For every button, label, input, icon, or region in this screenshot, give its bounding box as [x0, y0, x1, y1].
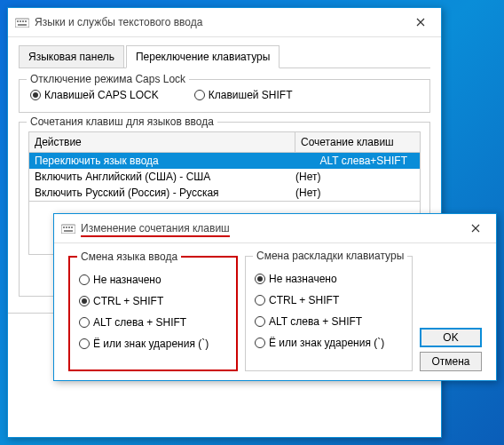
capslock-legend: Отключение режима Caps Lock	[27, 73, 189, 85]
svg-rect-2	[20, 20, 21, 22]
svg-rect-6	[61, 225, 75, 234]
hotkey-combo: (Нет)	[295, 187, 414, 199]
hotkey-action: Включить Русский (Россия) - Русская	[35, 187, 295, 199]
tab-bar: Языковая панель Переключение клавиатуры	[19, 44, 430, 68]
modal-window: Изменение сочетания клавиш Смена языка в…	[53, 213, 497, 381]
hotkeys-legend: Сочетания клавиш для языков ввода	[27, 115, 217, 128]
capslock-radio-caps[interactable]: Клавишей CAPS LOCK	[30, 89, 159, 101]
layout-legend: Смена раскладки клавиатуры	[253, 250, 407, 262]
radio-dot-icon	[79, 296, 90, 306]
hotkey-combo: ALT слева+SHIFT	[295, 155, 414, 167]
modal-buttons: OK Отмена	[420, 256, 482, 371]
lang-radio-none[interactable]: Не назначено	[79, 274, 227, 286]
svg-rect-7	[63, 226, 65, 228]
svg-rect-8	[66, 226, 67, 228]
radio-dot-icon	[79, 274, 90, 285]
capslock-radio-shift-label: Клавишей SHIFT	[209, 89, 293, 101]
lang-radio-ctrlshift[interactable]: CTRL + SHIFT	[79, 295, 227, 307]
hotkey-combo: (Нет)	[295, 171, 414, 183]
hotkey-list[interactable]: Переключить язык ввода ALT слева+SHIFT В…	[28, 152, 421, 202]
layout-radio-ctrlshift[interactable]: CTRL + SHIFT	[255, 294, 403, 306]
hotkey-row[interactable]: Включить Английский (США) - США (Нет)	[29, 169, 420, 185]
capslock-radio-shift[interactable]: Клавишей SHIFT	[194, 89, 293, 101]
svg-rect-3	[22, 20, 24, 22]
svg-rect-5	[18, 24, 27, 26]
main-close-button[interactable]	[407, 13, 434, 31]
radio-label: Ё или знак ударения (`)	[269, 337, 384, 349]
svg-rect-11	[64, 230, 73, 232]
hotkey-action: Включить Английский (США) - США	[35, 171, 295, 183]
lang-radio-grave[interactable]: Ё или знак ударения (`)	[79, 338, 227, 350]
radio-dot-icon	[255, 295, 265, 306]
hotkey-row[interactable]: Включить Русский (Россия) - Русская (Нет…	[29, 185, 420, 201]
radio-label: ALT слева + SHIFT	[269, 315, 362, 328]
layout-group: Смена раскладки клавиатуры Не назначено …	[245, 256, 413, 371]
main-titlebar: Языки и службы текстового ввода	[8, 8, 441, 37]
modal-close-button[interactable]	[462, 219, 489, 237]
radio-dot-icon	[79, 338, 90, 349]
svg-rect-4	[25, 20, 27, 22]
hotkey-row[interactable]: Переключить язык ввода ALT слева+SHIFT	[29, 153, 420, 169]
radio-dot-icon	[79, 317, 90, 328]
layout-radio-grave[interactable]: Ё или знак ударения (`)	[255, 337, 403, 349]
svg-rect-9	[68, 226, 70, 228]
modal-ok-button[interactable]: OK	[420, 328, 482, 347]
svg-rect-0	[15, 19, 29, 28]
radio-label: Ё или знак ударения (`)	[93, 338, 209, 350]
radio-label: CTRL + SHIFT	[93, 295, 163, 307]
keyboard-icon	[61, 221, 75, 235]
input-lang-group: Смена языка ввода Не назначено CTRL + SH…	[68, 256, 238, 371]
radio-dot-icon	[194, 90, 205, 100]
radio-label: Не назначено	[93, 274, 161, 286]
hotkey-list-header: Действие Сочетание клавиш	[28, 131, 421, 152]
capslock-radio-caps-label: Клавишей CAPS LOCK	[44, 89, 159, 101]
radio-dot-icon	[255, 338, 265, 348]
svg-rect-1	[17, 20, 19, 22]
col-combo: Сочетание клавиш	[295, 132, 420, 152]
modal-content: Смена языка ввода Не назначено CTRL + SH…	[54, 243, 496, 380]
tab-keyboard-switch[interactable]: Переключение клавиатуры	[126, 45, 280, 68]
modal-cancel-button[interactable]: Отмена	[420, 352, 482, 371]
svg-rect-10	[71, 226, 73, 228]
input-lang-legend: Смена языка ввода	[77, 250, 181, 263]
lang-radio-altshift[interactable]: ALT слева + SHIFT	[79, 316, 227, 329]
main-title: Языки и службы текстового ввода	[35, 16, 407, 28]
layout-radio-none[interactable]: Не назначено	[255, 273, 403, 285]
keyboard-icon	[15, 15, 29, 29]
radio-label: CTRL + SHIFT	[269, 294, 339, 306]
tab-language-bar[interactable]: Языковая панель	[19, 45, 124, 68]
radio-dot-icon	[255, 274, 265, 284]
modal-title: Изменение сочетания клавиш	[81, 222, 462, 234]
capslock-group: Отключение режима Caps Lock Клавишей CAP…	[19, 79, 430, 113]
radio-dot-icon	[30, 90, 41, 100]
hotkey-action: Переключить язык ввода	[35, 155, 295, 167]
modal-titlebar: Изменение сочетания клавиш	[54, 214, 496, 243]
radio-label: Не назначено	[269, 273, 337, 285]
radio-dot-icon	[255, 316, 265, 327]
radio-label: ALT слева + SHIFT	[93, 316, 186, 329]
col-action: Действие	[29, 132, 295, 152]
layout-radio-altshift[interactable]: ALT слева + SHIFT	[255, 315, 403, 328]
